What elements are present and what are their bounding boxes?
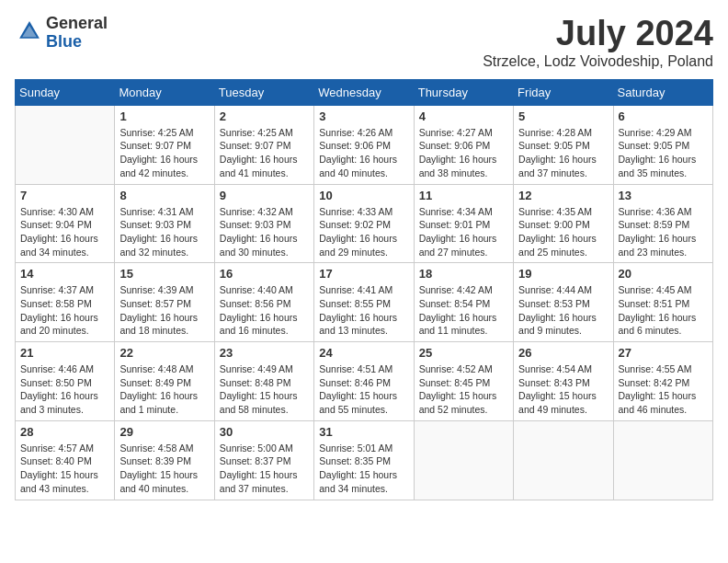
day-info: Sunrise: 4:37 AMSunset: 8:58 PMDaylight:… bbox=[20, 283, 109, 338]
day-info: Sunrise: 4:31 AMSunset: 9:03 PMDaylight:… bbox=[119, 205, 209, 259]
weekday-header-tuesday: Tuesday bbox=[214, 79, 313, 105]
day-info: Sunrise: 4:46 AMSunset: 8:50 PMDaylight:… bbox=[20, 362, 109, 417]
calendar-cell: 29Sunrise: 4:58 AMSunset: 8:39 PMDayligh… bbox=[115, 420, 214, 500]
day-number: 5 bbox=[518, 109, 608, 123]
day-number: 23 bbox=[220, 346, 309, 360]
calendar-cell: 26Sunrise: 4:54 AMSunset: 8:43 PMDayligh… bbox=[514, 342, 613, 421]
day-info: Sunrise: 5:00 AMSunset: 8:37 PMDaylight:… bbox=[220, 442, 309, 496]
calendar-cell: 1Sunrise: 4:25 AMSunset: 9:07 PMDaylight… bbox=[115, 105, 214, 184]
day-info: Sunrise: 4:57 AMSunset: 8:40 PMDaylight:… bbox=[20, 442, 109, 496]
weekday-header-thursday: Thursday bbox=[414, 79, 513, 105]
calendar-cell: 24Sunrise: 4:51 AMSunset: 8:46 PMDayligh… bbox=[314, 342, 414, 421]
day-number: 25 bbox=[419, 346, 508, 360]
day-number: 4 bbox=[419, 109, 508, 123]
calendar-week-row: 7Sunrise: 4:30 AMSunset: 9:04 PMDaylight… bbox=[16, 184, 713, 263]
calendar-cell bbox=[16, 105, 115, 184]
calendar-cell: 19Sunrise: 4:44 AMSunset: 8:53 PMDayligh… bbox=[514, 263, 613, 342]
day-number: 15 bbox=[119, 267, 209, 281]
calendar-cell: 27Sunrise: 4:55 AMSunset: 8:42 PMDayligh… bbox=[613, 342, 712, 421]
day-info: Sunrise: 4:55 AMSunset: 8:42 PMDaylight:… bbox=[619, 362, 708, 417]
calendar-cell: 21Sunrise: 4:46 AMSunset: 8:50 PMDayligh… bbox=[16, 342, 115, 421]
day-info: Sunrise: 4:27 AMSunset: 9:06 PMDaylight:… bbox=[419, 126, 508, 180]
day-number: 17 bbox=[319, 267, 408, 281]
calendar-cell: 9Sunrise: 4:32 AMSunset: 9:03 PMDaylight… bbox=[214, 184, 313, 263]
day-number: 22 bbox=[119, 346, 209, 360]
day-number: 14 bbox=[20, 267, 109, 281]
day-info: Sunrise: 4:42 AMSunset: 8:54 PMDaylight:… bbox=[419, 283, 508, 338]
day-number: 18 bbox=[419, 267, 508, 281]
calendar-header-row: SundayMondayTuesdayWednesdayThursdayFrid… bbox=[16, 79, 713, 105]
day-info: Sunrise: 4:30 AMSunset: 9:04 PMDaylight:… bbox=[20, 205, 109, 259]
day-number: 20 bbox=[619, 267, 708, 281]
day-info: Sunrise: 4:48 AMSunset: 8:49 PMDaylight:… bbox=[119, 362, 209, 417]
day-number: 1 bbox=[119, 109, 209, 123]
day-number: 16 bbox=[220, 267, 309, 281]
calendar-cell: 23Sunrise: 4:49 AMSunset: 8:48 PMDayligh… bbox=[214, 342, 313, 421]
calendar-week-row: 21Sunrise: 4:46 AMSunset: 8:50 PMDayligh… bbox=[16, 342, 713, 421]
calendar-cell: 12Sunrise: 4:35 AMSunset: 9:00 PMDayligh… bbox=[514, 184, 613, 263]
logo-general-text: General bbox=[46, 14, 108, 32]
day-info: Sunrise: 4:54 AMSunset: 8:43 PMDaylight:… bbox=[518, 362, 608, 417]
day-number: 9 bbox=[220, 189, 309, 202]
logo-icon bbox=[17, 18, 42, 44]
logo-blue-text: Blue bbox=[46, 32, 82, 51]
day-number: 27 bbox=[619, 346, 708, 360]
calendar-cell: 30Sunrise: 5:00 AMSunset: 8:37 PMDayligh… bbox=[214, 420, 313, 500]
calendar-cell: 8Sunrise: 4:31 AMSunset: 9:03 PMDaylight… bbox=[115, 184, 214, 263]
calendar-cell bbox=[514, 420, 613, 500]
day-info: Sunrise: 4:33 AMSunset: 9:02 PMDaylight:… bbox=[319, 205, 408, 259]
logo: General Blue bbox=[15, 15, 108, 52]
calendar-cell: 5Sunrise: 4:28 AMSunset: 9:05 PMDaylight… bbox=[514, 105, 613, 184]
day-number: 30 bbox=[220, 425, 309, 439]
page-header: General Blue July 2024 Strzelce, Lodz Vo… bbox=[15, 15, 713, 70]
day-number: 10 bbox=[319, 189, 408, 202]
title-block: July 2024 Strzelce, Lodz Voivodeship, Po… bbox=[483, 15, 713, 70]
day-info: Sunrise: 4:51 AMSunset: 8:46 PMDaylight:… bbox=[319, 362, 408, 417]
day-info: Sunrise: 4:25 AMSunset: 9:07 PMDaylight:… bbox=[119, 126, 209, 180]
calendar-week-row: 14Sunrise: 4:37 AMSunset: 8:58 PMDayligh… bbox=[16, 263, 713, 342]
day-info: Sunrise: 4:40 AMSunset: 8:56 PMDaylight:… bbox=[220, 283, 309, 338]
day-info: Sunrise: 4:29 AMSunset: 9:05 PMDaylight:… bbox=[619, 126, 708, 180]
calendar-cell: 18Sunrise: 4:42 AMSunset: 8:54 PMDayligh… bbox=[414, 263, 513, 342]
weekday-header-saturday: Saturday bbox=[613, 79, 712, 105]
day-info: Sunrise: 4:34 AMSunset: 9:01 PMDaylight:… bbox=[419, 205, 508, 259]
weekday-header-sunday: Sunday bbox=[16, 79, 115, 105]
day-info: Sunrise: 4:45 AMSunset: 8:51 PMDaylight:… bbox=[619, 283, 708, 338]
day-number: 6 bbox=[619, 109, 708, 123]
day-info: Sunrise: 5:01 AMSunset: 8:35 PMDaylight:… bbox=[319, 442, 408, 496]
calendar-cell: 22Sunrise: 4:48 AMSunset: 8:49 PMDayligh… bbox=[115, 342, 214, 421]
calendar-cell: 17Sunrise: 4:41 AMSunset: 8:55 PMDayligh… bbox=[314, 263, 414, 342]
day-number: 11 bbox=[419, 189, 508, 202]
day-info: Sunrise: 4:41 AMSunset: 8:55 PMDaylight:… bbox=[319, 283, 408, 338]
day-number: 29 bbox=[119, 425, 209, 439]
calendar-cell: 25Sunrise: 4:52 AMSunset: 8:45 PMDayligh… bbox=[414, 342, 513, 421]
calendar-cell bbox=[613, 420, 712, 500]
calendar-cell: 10Sunrise: 4:33 AMSunset: 9:02 PMDayligh… bbox=[314, 184, 414, 263]
day-number: 3 bbox=[319, 109, 408, 123]
calendar-cell: 7Sunrise: 4:30 AMSunset: 9:04 PMDaylight… bbox=[16, 184, 115, 263]
day-number: 26 bbox=[518, 346, 608, 360]
day-number: 31 bbox=[319, 425, 408, 439]
day-number: 8 bbox=[119, 189, 209, 202]
calendar-week-row: 28Sunrise: 4:57 AMSunset: 8:40 PMDayligh… bbox=[16, 420, 713, 500]
day-info: Sunrise: 4:25 AMSunset: 9:07 PMDaylight:… bbox=[220, 126, 309, 180]
day-number: 21 bbox=[20, 346, 109, 360]
month-title: July 2024 bbox=[483, 15, 713, 53]
calendar-table: SundayMondayTuesdayWednesdayThursdayFrid… bbox=[15, 79, 713, 500]
day-info: Sunrise: 4:36 AMSunset: 8:59 PMDaylight:… bbox=[619, 205, 708, 259]
calendar-cell: 6Sunrise: 4:29 AMSunset: 9:05 PMDaylight… bbox=[613, 105, 712, 184]
day-info: Sunrise: 4:49 AMSunset: 8:48 PMDaylight:… bbox=[220, 362, 309, 417]
calendar-cell: 4Sunrise: 4:27 AMSunset: 9:06 PMDaylight… bbox=[414, 105, 513, 184]
day-number: 12 bbox=[518, 189, 608, 202]
calendar-cell: 16Sunrise: 4:40 AMSunset: 8:56 PMDayligh… bbox=[214, 263, 313, 342]
calendar-cell: 11Sunrise: 4:34 AMSunset: 9:01 PMDayligh… bbox=[414, 184, 513, 263]
location-title: Strzelce, Lodz Voivodeship, Poland bbox=[483, 53, 713, 70]
calendar-cell: 31Sunrise: 5:01 AMSunset: 8:35 PMDayligh… bbox=[314, 420, 414, 500]
calendar-cell: 13Sunrise: 4:36 AMSunset: 8:59 PMDayligh… bbox=[613, 184, 712, 263]
day-number: 24 bbox=[319, 346, 408, 360]
calendar-cell bbox=[414, 420, 513, 500]
calendar-cell: 14Sunrise: 4:37 AMSunset: 8:58 PMDayligh… bbox=[16, 263, 115, 342]
day-number: 13 bbox=[619, 189, 708, 202]
weekday-header-monday: Monday bbox=[115, 79, 214, 105]
day-info: Sunrise: 4:35 AMSunset: 9:00 PMDaylight:… bbox=[518, 205, 608, 259]
